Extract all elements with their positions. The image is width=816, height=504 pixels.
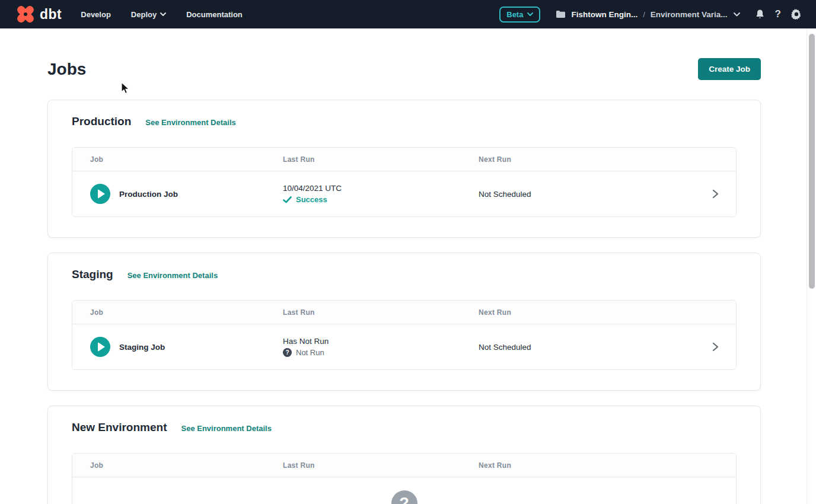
job-row-staging-job[interactable]: Staging Job Has Not Run ? Not Run Not Sc… (72, 324, 736, 369)
chevron-right-icon (712, 189, 719, 199)
chevron-right-icon (712, 342, 719, 352)
see-environment-details-link[interactable]: See Environment Details (145, 118, 235, 127)
jobs-table-header: Job Last Run Next Run (72, 148, 736, 171)
breadcrumb-separator: / (643, 10, 645, 19)
environment-card-new-environment: New Environment See Environment Details … (47, 406, 761, 504)
environment-card-staging: Staging See Environment Details Job Last… (47, 253, 761, 391)
see-environment-details-link[interactable]: See Environment Details (181, 424, 271, 433)
help-icon[interactable]: ? (775, 8, 781, 20)
dbt-logo-text: dbt (40, 7, 62, 23)
question-circle-icon: ? (391, 490, 417, 504)
column-header-job: Job (72, 461, 283, 470)
top-navigation: dbt Develop Deploy Documentation Beta Fi… (0, 0, 816, 28)
jobs-page: Jobs Create Job Production See Environme… (47, 58, 761, 504)
chevron-down-icon (734, 12, 740, 16)
folder-icon (556, 10, 566, 18)
job-name: Production Job (119, 190, 178, 199)
last-run-date: 10/04/2021 UTC (283, 184, 479, 193)
environment-name: New Environment (72, 421, 167, 434)
jobs-table: Job Last Run Next Run Production Job 10/… (72, 147, 737, 217)
column-header-next-run: Next Run (479, 308, 736, 317)
column-header-last-run: Last Run (283, 155, 479, 164)
nav-item-develop[interactable]: Develop (81, 10, 111, 19)
last-run-date: Has Not Run (283, 337, 479, 346)
jobs-table-header: Job Last Run Next Run (72, 301, 736, 324)
jobs-table: Job Last Run Next Run ? (72, 453, 737, 504)
play-icon (98, 189, 105, 199)
settings-gear-icon[interactable] (791, 9, 802, 20)
next-run-value: Not Scheduled (479, 190, 736, 199)
scrollbar-thumb[interactable] (809, 34, 815, 289)
run-job-play-button[interactable] (90, 184, 110, 204)
column-header-next-run: Next Run (479, 155, 736, 164)
next-run-value: Not Scheduled (479, 343, 736, 352)
notifications-bell-icon[interactable] (755, 9, 765, 20)
breadcrumb-section: Environment Varia... (651, 10, 728, 19)
play-icon (98, 342, 105, 352)
chevron-down-icon (527, 12, 533, 16)
job-name: Staging Job (119, 343, 165, 352)
check-icon (283, 196, 292, 203)
create-job-button[interactable]: Create Job (698, 58, 761, 80)
project-breadcrumb-dropdown[interactable]: Fishtown Engin... / Environment Varia... (556, 10, 739, 19)
last-run-status: Success (283, 195, 479, 204)
question-circle-icon: ? (283, 348, 292, 357)
status-label: Success (296, 195, 327, 204)
environment-name: Production (72, 115, 131, 128)
column-header-next-run: Next Run (479, 461, 736, 470)
see-environment-details-link[interactable]: See Environment Details (128, 271, 218, 280)
main-nav: Develop Deploy Documentation (81, 10, 243, 19)
nav-item-develop-label: Develop (81, 10, 111, 19)
nav-utility-icons: ? (755, 8, 802, 20)
dbt-logo[interactable]: dbt (15, 4, 62, 24)
status-label: Not Run (296, 348, 324, 357)
nav-item-documentation-label: Documentation (186, 10, 243, 19)
run-job-play-button[interactable] (90, 337, 110, 357)
beta-dropdown-button[interactable]: Beta (499, 7, 540, 23)
page-title-row: Jobs Create Job (47, 58, 761, 80)
last-run-status: ? Not Run (283, 348, 479, 357)
nav-item-deploy-label: Deploy (131, 10, 157, 19)
jobs-table-header: Job Last Run Next Run (72, 454, 736, 477)
page-title: Jobs (47, 60, 86, 79)
nav-item-deploy[interactable]: Deploy (131, 10, 166, 19)
column-header-job: Job (72, 308, 283, 317)
beta-label: Beta (506, 10, 523, 19)
scrollbar-track[interactable] (807, 28, 816, 504)
environment-card-header: Production See Environment Details (72, 115, 737, 128)
column-header-last-run: Last Run (283, 461, 479, 470)
column-header-last-run: Last Run (283, 308, 479, 317)
column-header-job: Job (72, 155, 283, 164)
chevron-down-icon (160, 12, 166, 16)
jobs-table: Job Last Run Next Run Staging Job Has No… (72, 300, 737, 370)
nav-right-group: Beta Fishtown Engin... / Environment Var… (499, 7, 802, 23)
job-row-production-job[interactable]: Production Job 10/04/2021 UTC Success No… (72, 171, 736, 216)
breadcrumb-project: Fishtown Engin... (571, 10, 638, 19)
environment-name: Staging (72, 268, 113, 281)
empty-jobs-state: ? (72, 477, 736, 504)
environment-card-header: New Environment See Environment Details (72, 421, 737, 434)
dbt-logo-icon (15, 4, 36, 24)
environment-card-production: Production See Environment Details Job L… (47, 100, 761, 238)
environment-card-header: Staging See Environment Details (72, 268, 737, 281)
nav-item-documentation[interactable]: Documentation (186, 10, 243, 19)
